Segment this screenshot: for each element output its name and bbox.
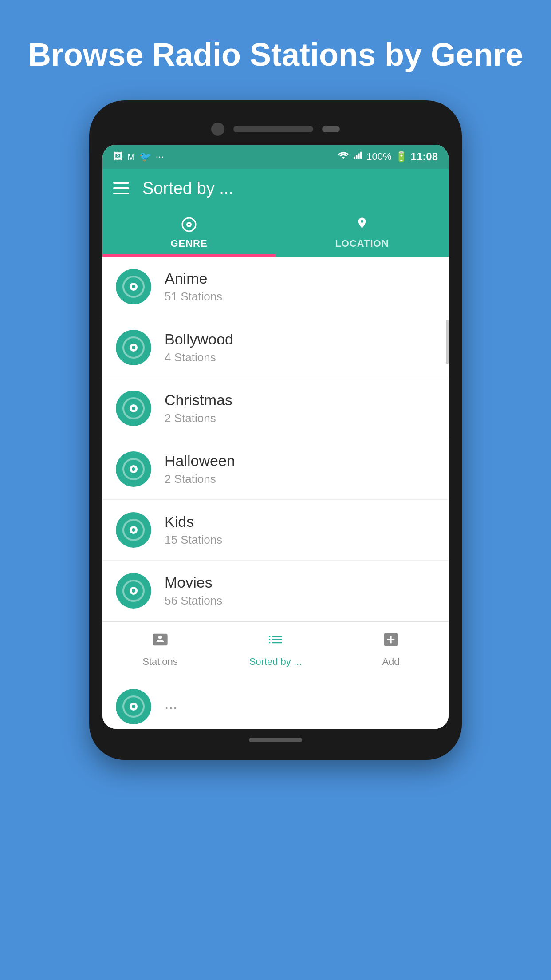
genre-name: Anime <box>165 270 222 287</box>
genre-icon-kids <box>116 512 151 548</box>
page-header: Browse Radio Stations by Genre 🖼 M 🐦 ··· <box>0 0 551 760</box>
genre-icon-anime <box>116 269 151 304</box>
status-bar: 🖼 M 🐦 ··· <box>102 145 449 169</box>
genre-info-halloween: Halloween 2 Stations <box>165 452 235 486</box>
genre-icon-christmas <box>116 391 151 426</box>
genre-info-christmas: Christmas 2 Stations <box>165 391 232 425</box>
more-dots-icon: ··· <box>156 151 164 162</box>
svg-rect-0 <box>354 157 355 159</box>
genre-name: Movies <box>165 574 222 591</box>
genre-icon-partial <box>116 689 151 724</box>
tabs-bar: GENRE LOCATION <box>102 208 449 257</box>
location-tab-icon <box>355 217 369 234</box>
stations-nav-label: Stations <box>142 656 178 668</box>
genre-name: Kids <box>165 513 222 530</box>
svg-point-6 <box>188 224 190 226</box>
genre-count: 56 Stations <box>165 594 222 608</box>
genre-name: Christmas <box>165 391 232 409</box>
bottom-navigation: Stations Sorted by ... <box>102 621 449 676</box>
battery-label: 100% <box>366 151 391 162</box>
bottom-nav-stations[interactable]: Stations <box>102 622 218 676</box>
genre-info-bollywood: Bollywood 4 Stations <box>165 331 233 364</box>
signal-icon <box>353 151 363 162</box>
list-item[interactable]: Movies 56 Stations <box>102 561 449 621</box>
phone-screen: 🖼 M 🐦 ··· <box>102 145 449 729</box>
phone-top-bezel <box>102 114 449 145</box>
sensor <box>322 126 340 132</box>
genre-icon-bollywood <box>116 330 151 365</box>
sorted-by-nav-label: Sorted by ... <box>249 656 302 668</box>
genre-name: Halloween <box>165 452 235 470</box>
battery-icon: 🔋 <box>395 151 407 162</box>
add-nav-icon <box>382 631 400 652</box>
phone-device: 🖼 M 🐦 ··· <box>89 100 462 760</box>
list-item[interactable]: Anime 51 Stations <box>102 257 449 317</box>
bottom-nav-add[interactable]: Add <box>333 622 449 676</box>
svg-rect-3 <box>360 152 362 159</box>
app-bar: Sorted by ... <box>102 169 449 208</box>
genre-tab-label: GENRE <box>170 238 207 249</box>
sorted-by-nav-icon <box>267 631 284 652</box>
gmail-icon: M <box>127 152 135 162</box>
location-tab-label: LOCATION <box>335 238 389 249</box>
genre-count: 2 Stations <box>165 472 235 486</box>
app-bar-title: Sorted by ... <box>142 179 233 198</box>
bottom-nav-sorted-by[interactable]: Sorted by ... <box>218 622 333 676</box>
wifi-icon <box>337 151 350 162</box>
list-item[interactable]: Christmas 2 Stations <box>102 378 449 439</box>
genre-info-partial: ··· <box>165 698 177 715</box>
genre-tab-icon <box>181 217 197 234</box>
phone-bottom-bezel <box>102 729 449 747</box>
genre-info-kids: Kids 15 Stations <box>165 513 222 547</box>
stations-nav-icon <box>151 631 169 652</box>
genre-name-partial: ··· <box>165 698 177 715</box>
tab-location[interactable]: LOCATION <box>276 208 449 257</box>
svg-rect-1 <box>356 155 358 159</box>
list-item[interactable]: Halloween 2 Stations <box>102 439 449 500</box>
genre-count: 2 Stations <box>165 411 232 425</box>
hamburger-menu-icon[interactable] <box>113 182 129 194</box>
scrollbar[interactable] <box>446 320 449 364</box>
tab-genre[interactable]: GENRE <box>102 208 276 257</box>
genre-info-anime: Anime 51 Stations <box>165 270 222 304</box>
list-item[interactable]: Bollywood 4 Stations <box>102 317 449 378</box>
genre-count: 4 Stations <box>165 351 233 364</box>
speaker <box>233 126 313 132</box>
image-icon: 🖼 <box>113 151 123 162</box>
genre-icon-movies <box>116 573 151 609</box>
svg-rect-2 <box>358 154 360 159</box>
partial-item: ··· <box>102 676 449 729</box>
list-item[interactable]: Kids 15 Stations <box>102 500 449 561</box>
genre-info-movies: Movies 56 Stations <box>165 574 222 608</box>
genre-icon-halloween <box>116 451 151 487</box>
genre-count: 15 Stations <box>165 533 222 547</box>
add-nav-label: Add <box>382 656 399 668</box>
status-right-icons: 100% 🔋 11:08 <box>337 150 438 163</box>
genre-count: 51 Stations <box>165 290 222 304</box>
twitter-icon: 🐦 <box>139 151 151 162</box>
status-left-icons: 🖼 M 🐦 ··· <box>113 151 164 162</box>
time-label: 11:08 <box>411 150 438 163</box>
genre-list: Anime 51 Stations Bollywood 4 Stations <box>102 257 449 621</box>
camera <box>211 122 224 136</box>
page-title: Browse Radio Stations by Genre <box>1 0 550 100</box>
genre-name: Bollywood <box>165 331 233 348</box>
